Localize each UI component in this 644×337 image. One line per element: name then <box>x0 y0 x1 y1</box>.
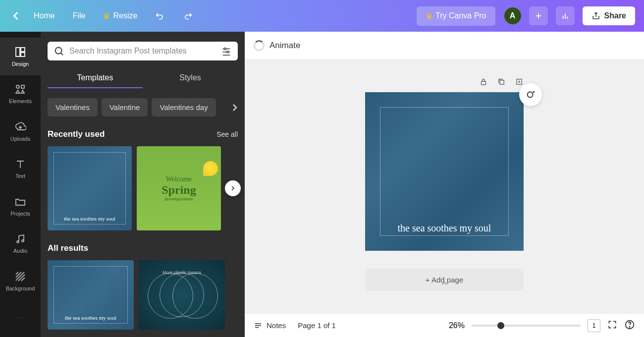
chevron-right-icon <box>229 102 241 113</box>
rail-design-label: Design <box>12 61 29 67</box>
page-info[interactable]: Page 1 of 1 <box>298 321 336 330</box>
svg-point-18 <box>55 48 62 54</box>
rail-audio[interactable]: Audio <box>0 225 41 263</box>
file-menu[interactable]: File <box>66 7 93 24</box>
svg-point-21 <box>224 48 226 50</box>
rail-elements-label: Elements <box>9 98 32 104</box>
help-button[interactable] <box>624 319 635 332</box>
top-header: Home File ♛ Resize ♛ Try Canva Pro A Sha… <box>0 0 644 32</box>
rail-audio-label: Audio <box>13 248 27 254</box>
plus-icon <box>534 11 543 20</box>
recent-title: Recently used <box>48 129 105 139</box>
svg-line-13 <box>16 272 18 275</box>
spring-t3: @reallygreatsite <box>164 197 193 201</box>
all-results-thumbs: the sea soothes my soul More plastic mea… <box>48 260 238 330</box>
insights-button[interactable] <box>556 6 575 25</box>
avatar[interactable]: A <box>504 7 521 24</box>
crown-icon: ♛ <box>103 11 110 21</box>
footer-bar: Notes Page 1 of 1 26% 1 <box>245 313 644 337</box>
all-results-header: All results <box>48 243 238 253</box>
search-input[interactable] <box>69 47 216 56</box>
zoom-slider-knob[interactable] <box>497 322 504 329</box>
rail-elements[interactable]: Elements <box>0 75 41 113</box>
animate-button[interactable]: Animate <box>254 40 300 51</box>
zoom-value[interactable]: 26% <box>449 321 465 330</box>
lock-icon <box>479 77 488 86</box>
fullscreen-button[interactable] <box>607 320 617 332</box>
rail-background-label: Background <box>6 285 35 291</box>
svg-point-30 <box>528 92 533 98</box>
panel-tabs: Templates Styles <box>48 68 238 88</box>
rail-text[interactable]: Text <box>0 150 41 188</box>
side-rail: Design Elements Uploads Text Projects Au… <box>0 32 41 337</box>
tab-styles[interactable]: Styles <box>143 68 238 88</box>
try-pro-label: Try Canva Pro <box>435 11 486 20</box>
recent-thumbs: the sea soothes my soul Welcome Spring @… <box>48 146 238 230</box>
svg-rect-26 <box>500 80 504 84</box>
chevron-up-icon <box>440 279 449 288</box>
svg-point-37 <box>629 326 630 327</box>
zoom-slider[interactable] <box>472 325 581 327</box>
chips-scroll-right[interactable] <box>229 102 241 113</box>
filter-icon[interactable] <box>221 46 232 56</box>
notes-button[interactable]: Notes <box>254 321 286 330</box>
try-pro-button[interactable]: ♛ Try Canva Pro <box>417 6 495 26</box>
quick-add-fab[interactable] <box>519 83 542 106</box>
resize-button[interactable]: ♛ Resize <box>96 7 144 25</box>
help-icon <box>624 319 635 330</box>
canvas-toolbar: Animate <box>245 32 644 59</box>
template-thumb-spring[interactable]: Welcome Spring @reallygreatsite <box>137 146 221 230</box>
rail-more[interactable]: ⋯ <box>0 300 41 337</box>
elements-icon <box>14 83 26 95</box>
add-button[interactable] <box>529 6 548 25</box>
thumb-sea-text: the sea soothes my soul <box>64 216 115 222</box>
spinner-icon <box>254 40 265 51</box>
undo-button[interactable] <box>148 7 172 25</box>
share-label: Share <box>604 11 626 20</box>
chip-valentine[interactable]: Valentine <box>102 98 148 116</box>
home-link[interactable]: Home <box>27 7 62 24</box>
svg-line-14 <box>16 272 21 278</box>
background-icon <box>14 271 26 282</box>
page-controls <box>365 77 524 88</box>
tab-templates[interactable]: Templates <box>48 68 143 88</box>
chip-valentines[interactable]: Valentines <box>48 98 98 116</box>
share-button[interactable]: Share <box>583 6 635 25</box>
template-thumb-sea-2[interactable]: the sea soothes my soul <box>48 260 134 330</box>
redo-button[interactable] <box>176 7 200 25</box>
audio-icon <box>14 233 26 245</box>
rail-projects[interactable]: Projects <box>0 187 41 225</box>
svg-marker-10 <box>16 90 20 93</box>
artboard-text[interactable]: the sea soothes my soul <box>398 223 491 234</box>
canvas-viewport[interactable]: the sea soothes my soul + Add page <box>245 59 644 313</box>
svg-rect-25 <box>482 81 486 85</box>
duplicate-page-button[interactable] <box>497 77 506 88</box>
artboard[interactable]: the sea soothes my soul <box>365 92 524 251</box>
design-icon <box>14 46 26 58</box>
svg-rect-5 <box>16 48 20 56</box>
template-thumb-plastic[interactable]: More plastic means <box>139 260 225 330</box>
chevron-right-icon <box>229 184 237 192</box>
rail-design[interactable]: Design <box>0 38 41 75</box>
search-icon <box>54 46 64 56</box>
page-indicator[interactable]: 1 <box>588 319 600 332</box>
rail-text-label: Text <box>15 173 25 179</box>
svg-line-16 <box>18 275 25 281</box>
share-icon <box>591 11 600 20</box>
lock-page-button[interactable] <box>479 77 488 88</box>
svg-point-11 <box>17 241 19 243</box>
see-all-link[interactable]: See all <box>216 130 238 138</box>
recent-scroll-right[interactable] <box>225 180 241 196</box>
svg-point-23 <box>227 51 229 53</box>
svg-point-8 <box>16 85 19 88</box>
chip-valentines-day[interactable]: Valentines day <box>152 98 215 116</box>
rail-uploads[interactable]: Uploads <box>0 112 41 150</box>
pages-expand-handle[interactable] <box>440 279 449 289</box>
animate-label: Animate <box>269 41 300 51</box>
all-results-title: All results <box>48 243 88 253</box>
duplicate-icon <box>497 77 506 86</box>
template-thumb-sea[interactable]: the sea soothes my soul <box>48 146 132 230</box>
back-button[interactable] <box>9 9 23 23</box>
rail-background[interactable]: Background <box>0 262 41 300</box>
chart-icon <box>561 11 570 20</box>
